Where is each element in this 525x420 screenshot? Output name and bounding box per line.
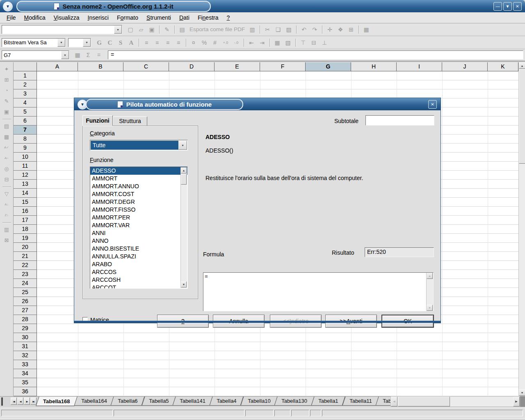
formula-textarea[interactable]: = ▲ ▼ xyxy=(203,272,434,311)
menu-item[interactable]: Dati xyxy=(175,12,194,23)
underline-icon[interactable]: S xyxy=(116,38,126,48)
column-header[interactable]: H xyxy=(351,62,397,71)
row-header[interactable]: 30 xyxy=(14,333,37,342)
formula-scrollbar[interactable]: ▲ ▼ xyxy=(426,273,433,311)
row-header[interactable]: 12 xyxy=(14,171,37,180)
row-header[interactable]: 1 xyxy=(14,71,37,80)
cell-reference-input[interactable] xyxy=(2,51,61,59)
last-sheet-icon[interactable]: ▶| xyxy=(30,397,37,405)
previous-sheet-icon[interactable]: ◀ xyxy=(17,397,23,405)
row-header[interactable]: 5 xyxy=(14,107,37,116)
standard-format-icon[interactable]: # xyxy=(210,38,220,48)
column-header[interactable]: B xyxy=(78,62,123,71)
ungroup-icon[interactable]: ⊠ xyxy=(0,235,13,246)
sort-ascending-icon[interactable]: A↓ xyxy=(0,199,13,210)
print-icon[interactable]: ▥ xyxy=(247,25,257,34)
function-list-item[interactable]: AMMORT.COST xyxy=(90,190,187,198)
remove-decimal-icon[interactable]: -.0 xyxy=(231,38,241,48)
function-autopilot-icon[interactable]: ▦ xyxy=(73,50,82,60)
align-center-icon[interactable]: ≡ xyxy=(152,38,162,48)
window-menu-button[interactable]: ▼ xyxy=(3,2,13,11)
row-header[interactable]: 2 xyxy=(14,80,37,89)
cell-reference-box[interactable]: ▼ xyxy=(2,50,69,59)
column-header[interactable]: F xyxy=(260,62,306,71)
autoformat-icon[interactable]: ▤ xyxy=(0,121,13,132)
function-list-item[interactable]: AMMORT xyxy=(90,175,187,183)
add-decimal-icon[interactable]: +.0 xyxy=(221,38,231,48)
hyperlink-icon[interactable]: ⊞ xyxy=(346,25,356,34)
row-header[interactable]: 20 xyxy=(14,243,37,252)
tab-struttura[interactable]: Struttura xyxy=(113,116,147,126)
row-header[interactable]: 33 xyxy=(14,360,37,369)
function-list-item[interactable]: AMMORT.ANNUO xyxy=(90,183,187,190)
font-size-dropdown-button[interactable]: ▼ xyxy=(83,39,91,47)
sheet-tab[interactable]: Tabella1 xyxy=(311,397,346,406)
sheet-tab[interactable]: Tabella6 xyxy=(111,397,145,406)
group-icon[interactable]: ▥ xyxy=(0,224,13,235)
function-list-item[interactable]: ANNI xyxy=(90,229,187,237)
function-list-item[interactable]: ADESSO xyxy=(90,167,187,175)
increase-indent-icon[interactable]: ⇥ xyxy=(257,38,267,48)
sheet-tab[interactable]: Tabella168 xyxy=(36,397,77,406)
url-input[interactable] xyxy=(2,25,114,34)
column-header[interactable]: E xyxy=(215,62,260,71)
horizontal-scrollbar[interactable]: ◀ ▶ xyxy=(390,396,520,407)
autofilter-icon[interactable]: ▽ xyxy=(0,189,13,199)
row-header[interactable]: 6 xyxy=(14,116,37,126)
align-bottom-icon[interactable]: ⊥ xyxy=(320,38,329,48)
bold-icon[interactable]: G xyxy=(94,38,104,48)
sort-descending-icon[interactable]: Z↓ xyxy=(0,210,13,221)
sum-icon[interactable]: Σ xyxy=(83,50,93,60)
row-header[interactable]: 8 xyxy=(14,135,37,144)
paste-icon[interactable]: ▨ xyxy=(284,25,294,34)
row-header[interactable]: 7 xyxy=(14,126,37,135)
list-scroll-thumb[interactable] xyxy=(181,174,187,185)
row-header[interactable]: 27 xyxy=(14,306,37,315)
scroll-up-button[interactable]: ▲ xyxy=(181,167,187,173)
sheet-tab[interactable]: Tabella164 xyxy=(74,397,114,406)
gallery-icon[interactable]: ▦ xyxy=(361,25,371,34)
subtotal-field[interactable] xyxy=(365,115,434,126)
function-list-scrollbar[interactable]: ▲ ▼ xyxy=(180,167,187,288)
scroll-down-button[interactable]: ▼ xyxy=(181,281,187,288)
minimize-button[interactable]: — xyxy=(493,2,502,11)
font-name-dropdown-button[interactable]: ▼ xyxy=(57,39,65,47)
row-header[interactable]: 16 xyxy=(14,207,37,216)
column-header[interactable]: G xyxy=(306,62,351,71)
undo-icon[interactable]: ↶ xyxy=(299,25,309,34)
sheet-tab[interactable]: Tabella10 xyxy=(240,397,278,406)
percent-format-icon[interactable]: % xyxy=(199,38,209,48)
open-icon[interactable]: ▱ xyxy=(136,25,146,34)
row-header[interactable]: 18 xyxy=(14,225,37,234)
menu-item[interactable]: Modifica xyxy=(20,12,50,23)
align-justify-icon[interactable]: ≡ xyxy=(173,38,183,48)
row-header[interactable]: 19 xyxy=(14,234,37,243)
tab-split-handle[interactable] xyxy=(1,397,3,406)
function-list-item[interactable]: ARCCOS xyxy=(90,268,187,276)
row-header[interactable]: 31 xyxy=(14,342,37,351)
row-header[interactable]: 21 xyxy=(14,252,37,261)
align-top-icon[interactable]: ⊤ xyxy=(298,38,308,48)
menu-item[interactable]: ? xyxy=(222,12,234,23)
column-header[interactable]: C xyxy=(123,62,169,71)
row-header[interactable]: 25 xyxy=(14,288,37,297)
menu-item[interactable]: Finestra xyxy=(194,12,223,23)
next-sheet-icon[interactable]: ▶ xyxy=(24,397,30,405)
row-header[interactable]: 34 xyxy=(14,369,37,378)
export-pdf-label[interactable]: Esporta come file PDF xyxy=(188,25,247,34)
horizontal-scroll-thumb[interactable] xyxy=(398,397,450,406)
italic-icon[interactable]: C xyxy=(105,38,115,48)
font-color-icon[interactable]: A xyxy=(126,38,136,48)
column-header[interactable]: A xyxy=(37,62,78,71)
borders-icon[interactable]: ▦ xyxy=(272,38,282,48)
background-color-icon[interactable]: ▧ xyxy=(283,38,293,48)
function-list-item[interactable]: ARCCOSH xyxy=(90,276,187,284)
scroll-down-button[interactable]: ▼ xyxy=(427,305,433,311)
row-header[interactable]: 17 xyxy=(14,216,37,225)
scroll-left-button[interactable]: ◀ xyxy=(391,397,397,406)
insert-cells-icon[interactable]: ⊞ xyxy=(0,75,13,85)
font-size-combobox[interactable]: ▼ xyxy=(68,38,91,47)
find-replace-icon[interactable]: ◎ xyxy=(0,164,13,174)
scroll-down-button[interactable]: ▼ xyxy=(519,389,525,396)
scroll-up-button[interactable]: ▲ xyxy=(519,62,525,69)
